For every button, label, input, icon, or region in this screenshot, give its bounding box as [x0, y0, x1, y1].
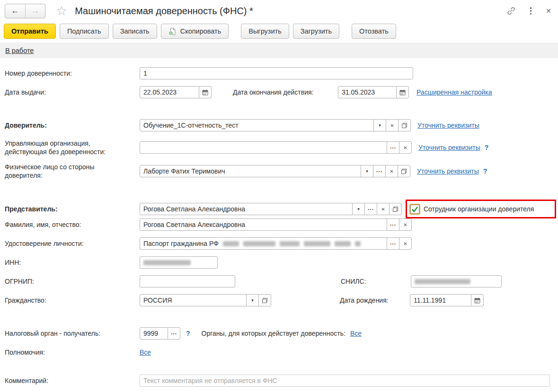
identity-doc-value: Паспорт гражданина РФ	[143, 240, 219, 247]
acting-authorities-label: Органы, для которых действует довереннос…	[202, 329, 345, 338]
representative-clear-icon[interactable]: ✕	[377, 203, 390, 215]
representative-dropdown-icon[interactable]: ▾	[352, 203, 365, 215]
powers-label: Полномочия:	[5, 348, 140, 357]
back-arrow-icon[interactable]: ←	[5, 4, 25, 18]
inn-label: ИНН:	[5, 258, 140, 267]
issue-date-input[interactable]	[140, 86, 199, 98]
managing-org-input[interactable]	[140, 141, 387, 154]
representative-more-icon[interactable]: ...	[364, 203, 377, 215]
redacted-value	[223, 241, 239, 246]
row-inn: ИНН:	[0, 256, 558, 269]
write-button[interactable]: Записать	[113, 24, 157, 39]
managing-org-label: Управляющая организация, действующая без…	[5, 139, 140, 156]
representative-open-icon[interactable]	[389, 203, 402, 215]
tax-authority-input[interactable]	[140, 327, 168, 340]
copy-button-label: Скопировать	[180, 27, 221, 35]
acting-authorities-all-link[interactable]: Все	[350, 330, 362, 337]
identity-doc-clear-icon[interactable]: ✕	[399, 237, 412, 250]
individual-clear-icon[interactable]: ✕	[385, 165, 398, 177]
identity-doc-more-icon[interactable]: ...	[387, 237, 399, 250]
individual-help-icon[interactable]: ?	[483, 167, 487, 175]
employee-checkbox[interactable]	[410, 205, 419, 214]
expiry-date-label: Дата окончания действия:	[233, 88, 338, 96]
redacted-value	[355, 241, 361, 246]
representative-label: Представитель:	[5, 205, 140, 213]
page-title: Машиночитаемая доверенность (ФНС) *	[75, 6, 253, 17]
sign-button[interactable]: Подписать	[60, 24, 109, 39]
individual-input[interactable]	[140, 165, 361, 177]
expiry-date-calendar-icon[interactable]	[396, 86, 409, 98]
number-input[interactable]	[140, 67, 413, 79]
identity-doc-input[interactable]: Паспорт гражданина РФ	[140, 237, 387, 250]
status-link[interactable]: В работе	[5, 47, 34, 54]
powers-all-link[interactable]: Все	[140, 348, 151, 356]
principal-input[interactable]	[140, 119, 374, 131]
redacted-value	[304, 241, 330, 246]
comment-input[interactable]	[140, 375, 550, 387]
birth-date-input[interactable]	[410, 294, 471, 306]
more-menu-icon[interactable]	[529, 6, 533, 16]
representative-input[interactable]	[140, 203, 353, 215]
history-nav: ← →	[5, 4, 45, 18]
citizenship-input[interactable]	[140, 294, 247, 306]
managing-org-more-icon[interactable]: ...	[387, 141, 399, 154]
inn-input[interactable]	[140, 256, 218, 269]
row-individual: Физическое лицо со стороны доверителя: ▾…	[0, 162, 558, 181]
row-full-name: Фамилия, имя, отчество: ... ✕	[0, 218, 558, 231]
principal-dropdown-icon[interactable]: ▾	[373, 119, 386, 131]
citizenship-label: Гражданство:	[5, 296, 140, 305]
managing-org-clear-icon[interactable]: ✕	[399, 141, 412, 154]
expiry-date-input[interactable]	[338, 86, 397, 98]
individual-open-icon[interactable]	[398, 165, 410, 177]
advanced-settings-link[interactable]: Расширенная настройка	[416, 88, 492, 96]
comment-label: Комментарий:	[5, 376, 140, 385]
row-number: Номер доверенности:	[0, 67, 558, 79]
row-tax-authority: Налоговый орган - получатель: ... ? Орга…	[0, 327, 558, 340]
row-comment: Комментарий:	[0, 375, 558, 387]
number-label: Номер доверенности:	[5, 69, 140, 78]
citizenship-dropdown-icon[interactable]: ▾	[246, 294, 259, 306]
row-ogrnip-snils: ОГРНИП: СНИЛС:	[0, 275, 558, 287]
form: Номер доверенности: Дата выдачи: Дата ок…	[0, 58, 558, 387]
close-icon[interactable]: ✕	[546, 7, 551, 15]
full-name-clear-icon[interactable]: ✕	[399, 218, 412, 231]
principal-label: Доверитель:	[5, 121, 140, 130]
send-button[interactable]: Отправить	[4, 24, 56, 39]
snils-input[interactable]	[411, 275, 502, 287]
favorite-star-icon[interactable]: ☆	[56, 5, 67, 17]
copy-button[interactable]: Скопировать	[161, 24, 229, 39]
window-header: ← → ☆ Машиночитаемая доверенность (ФНС) …	[0, 0, 558, 22]
revoke-button[interactable]: Отозвать	[352, 24, 396, 39]
birth-date-calendar-icon[interactable]	[471, 294, 484, 306]
ogrnip-input[interactable]	[140, 275, 235, 287]
individual-more-icon[interactable]: ...	[373, 165, 386, 177]
principal-open-icon[interactable]	[398, 119, 411, 131]
individual-dropdown-icon[interactable]: ▾	[361, 165, 373, 177]
tax-authority-label: Налоговый орган - получатель:	[5, 329, 140, 338]
get-link-icon[interactable]	[506, 6, 516, 16]
forward-arrow-icon[interactable]: →	[25, 4, 45, 18]
citizenship-open-icon[interactable]	[258, 294, 271, 306]
principal-clarify-link[interactable]: Уточнить реквизиты	[417, 122, 479, 129]
tax-authority-more-icon[interactable]: ...	[168, 327, 180, 340]
ogrnip-label: ОГРНИП:	[5, 277, 140, 286]
redacted-value	[280, 241, 300, 246]
redacted-value	[415, 279, 470, 284]
tax-authority-help-icon[interactable]: ?	[186, 330, 190, 337]
managing-org-clarify-link[interactable]: Уточнить реквизиты	[418, 144, 480, 151]
principal-clear-icon[interactable]: ✕	[386, 119, 399, 131]
issue-date-calendar-icon[interactable]	[199, 86, 212, 98]
full-name-input[interactable]	[140, 218, 387, 231]
export-button[interactable]: Выгрузить	[241, 24, 289, 39]
row-powers: Полномочия: Все	[0, 346, 558, 358]
employee-checkbox-label[interactable]: Сотрудник организации доверителя	[424, 205, 534, 213]
full-name-more-icon[interactable]: ...	[387, 218, 399, 231]
individual-clarify-link[interactable]: Уточнить реквизиты	[417, 167, 479, 175]
identity-doc-label: Удостоверение личности:	[5, 239, 140, 248]
load-button[interactable]: Загрузить	[293, 24, 339, 39]
managing-org-help-icon[interactable]: ?	[485, 144, 489, 151]
snils-label: СНИЛС:	[341, 277, 411, 286]
row-identity-doc: Удостоверение личности: Паспорт граждани…	[0, 237, 558, 250]
row-representative: Представитель: ▾ ... ✕ Сотрудник организ…	[0, 200, 558, 218]
toolbar: Отправить Подписать Записать Скопировать…	[0, 22, 558, 43]
